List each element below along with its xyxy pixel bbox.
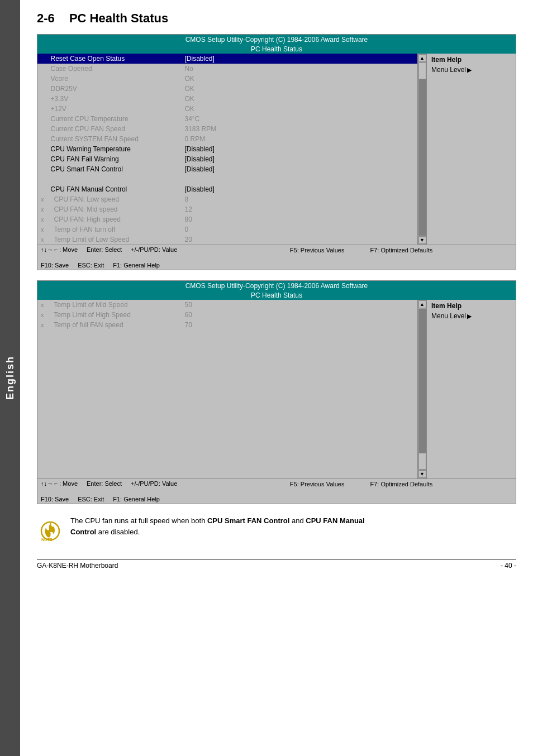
- svg-text:NOTE: NOTE: [41, 538, 53, 542]
- table-row: Current CPU Temperature34°C: [37, 114, 417, 124]
- row-label: Temp Limit of Mid Speed: [47, 300, 182, 310]
- table-row: xCPU FAN: Mid speed12: [37, 204, 417, 214]
- row-x-indicator: x: [37, 194, 47, 204]
- section-number: 2-6: [37, 11, 55, 25]
- row-value: 50: [182, 300, 418, 310]
- scroll-down-2[interactable]: ▼: [418, 470, 426, 478]
- table-row: +3.3VOK: [37, 94, 417, 104]
- row-value: 20: [182, 235, 418, 245]
- row-label: CPU FAN: Low speed: [47, 194, 182, 204]
- footer-row-1b: F5: Previous Values F7: Optimized Defaul…: [210, 247, 512, 269]
- row-label: Temp of full FAN speed: [47, 320, 182, 330]
- row-value: [Disabled]: [182, 184, 418, 194]
- row-value: 34°C: [182, 114, 418, 124]
- note-bold-3: Control: [70, 528, 96, 536]
- bios-main-2: xTemp Limit of Mid Speed50xTemp Limit of…: [37, 300, 417, 479]
- row-x-indicator: [37, 84, 47, 94]
- scroll-thumb-1: [418, 63, 426, 79]
- row-label: CPU Smart FAN Control: [47, 164, 182, 174]
- footer-move-2: ↑↓→←: Move: [41, 480, 78, 487]
- scroll-thumb-2: [418, 453, 426, 470]
- scroll-track-1: [418, 63, 426, 236]
- scroll-down-1[interactable]: ▼: [418, 236, 426, 244]
- row-label: +3.3V: [47, 94, 182, 104]
- row-label: Temp of FAN turn off: [47, 224, 182, 235]
- row-label: [47, 174, 182, 184]
- table-row[interactable]: Reset Case Open Status[Disabled]: [37, 54, 417, 64]
- footer-enter-1: Enter: Select: [87, 246, 122, 253]
- table-row: Current SYSTEM FAN Speed0 RPM: [37, 134, 417, 144]
- scrollbar-2[interactable]: ▲ ▼: [417, 300, 426, 479]
- row-value: 0: [182, 224, 418, 235]
- row-x-indicator: x: [37, 235, 47, 245]
- row-value: OK: [182, 74, 418, 84]
- row-value: [182, 174, 418, 184]
- row-value: [Disabled]: [182, 54, 418, 64]
- scrollbar-1[interactable]: ▲ ▼: [417, 54, 426, 245]
- row-value: 80: [182, 214, 418, 224]
- table-row: Current CPU FAN Speed3183 RPM: [37, 124, 417, 134]
- bios-table-2: xTemp Limit of Mid Speed50xTemp Limit of…: [37, 300, 417, 330]
- row-x-indicator: [37, 184, 47, 194]
- bios-help-1: Item Help Menu Level ▶: [426, 54, 516, 245]
- row-x-indicator: [37, 114, 47, 124]
- footer-esc-2: ESC: Exit: [78, 496, 104, 503]
- row-value: 3183 RPM: [182, 124, 418, 134]
- row-label: Temp Limit of Low Speed: [47, 235, 182, 245]
- table-row: CPU FAN Manual Control[Disabled]: [37, 184, 417, 194]
- row-x-indicator: [37, 104, 47, 114]
- table-row: xTemp Limit of High Speed60: [37, 310, 417, 320]
- scroll-up-1[interactable]: ▲: [418, 54, 426, 62]
- row-label: CPU FAN Fail Warning: [47, 154, 182, 164]
- help-title-2: Item Help: [431, 302, 511, 310]
- table-row: CPU Warning Temperature[Disabled]: [37, 144, 417, 154]
- scroll-track-2: [418, 309, 426, 470]
- scroll-up-2[interactable]: ▲: [418, 300, 426, 308]
- footer-f5-2: F5: Previous Values: [290, 481, 345, 503]
- section-title: 2-6 PC Health Status: [37, 11, 516, 26]
- footer-row-2: ↑↓→←: Move Enter: Select +/-/PU/PD: Valu…: [41, 480, 210, 503]
- footer-value-1: +/-/PU/PD: Value: [131, 246, 177, 253]
- table-row: CPU Smart FAN Control[Disabled]: [37, 164, 417, 174]
- table-row: xTemp of full FAN speed70: [37, 320, 417, 330]
- row-value: 70: [182, 320, 418, 330]
- footer-f1-1: F1: General Help: [113, 262, 160, 269]
- footer-row-2b: F5: Previous Values F7: Optimized Defaul…: [210, 481, 512, 503]
- row-label: Vcore: [47, 74, 182, 84]
- row-value: [Disabled]: [182, 164, 418, 174]
- menu-level-arrow-1: ▶: [467, 66, 472, 74]
- row-value: 8: [182, 194, 418, 204]
- row-value: OK: [182, 104, 418, 114]
- row-label: Current CPU Temperature: [47, 114, 182, 124]
- footer-f7-2: F7: Optimized Defaults: [370, 481, 432, 503]
- row-value: OK: [182, 84, 418, 94]
- table-row: +12VOK: [37, 104, 417, 114]
- row-value: [Disabled]: [182, 154, 418, 164]
- row-value: 12: [182, 204, 418, 214]
- bios-footer-2: ↑↓→←: Move Enter: Select +/-/PU/PD: Valu…: [37, 479, 516, 504]
- table-row: xCPU FAN: Low speed8: [37, 194, 417, 204]
- footer-enter-2: Enter: Select: [87, 480, 122, 487]
- row-value: 0 RPM: [182, 134, 418, 144]
- row-value: No: [182, 64, 418, 74]
- bios-table-1: Reset Case Open Status[Disabled]Case Ope…: [37, 54, 417, 245]
- row-x-indicator: x: [37, 204, 47, 214]
- footer-value-2: +/-/PU/PD: Value: [131, 480, 177, 487]
- row-label: CPU FAN: Mid speed: [47, 204, 182, 214]
- row-x-indicator: x: [37, 214, 47, 224]
- bios-body-1: Reset Case Open Status[Disabled]Case Ope…: [37, 54, 516, 245]
- help-title-1: Item Help: [431, 56, 511, 64]
- row-value: 60: [182, 310, 418, 320]
- bios-panel-1: CMOS Setup Utility-Copyright (C) 1984-20…: [37, 34, 516, 270]
- row-x-indicator: x: [37, 224, 47, 235]
- main-content: 2-6 PC Health Status CMOS Setup Utility-…: [20, 0, 533, 581]
- table-row: xTemp Limit of Low Speed20: [37, 235, 417, 245]
- footer-move-1: ↑↓→←: Move: [41, 246, 78, 253]
- sidebar-label: English: [4, 356, 16, 400]
- menu-level-label-1: Menu Level: [431, 66, 466, 74]
- table-row: Case OpenedNo: [37, 64, 417, 74]
- bios-panel-2: CMOS Setup Utility-Copyright (C) 1984-20…: [37, 280, 516, 504]
- menu-level-arrow-2: ▶: [467, 313, 472, 320]
- row-x-indicator: [37, 94, 47, 104]
- row-label: CPU Warning Temperature: [47, 144, 182, 154]
